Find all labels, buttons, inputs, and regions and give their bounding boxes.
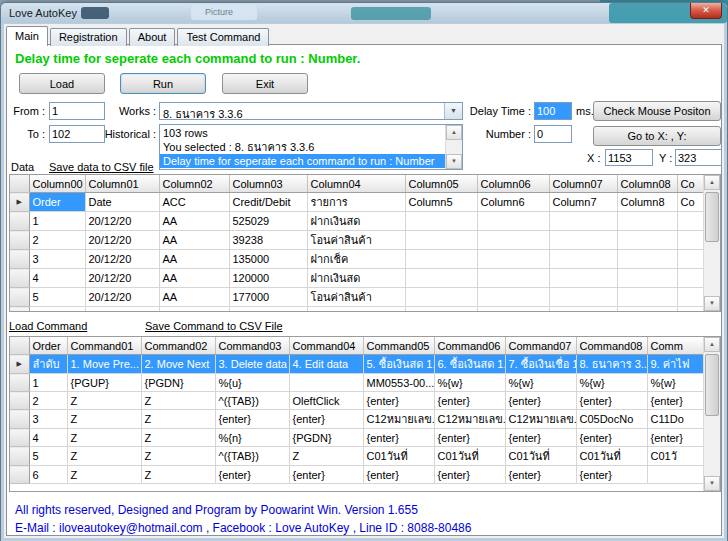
to-input[interactable] bbox=[49, 125, 105, 143]
grid-cell[interactable]: AA bbox=[159, 212, 229, 231]
combo-dropdown-button[interactable]: ▼ bbox=[444, 103, 462, 119]
grid-cell[interactable]: MM0553-00... bbox=[363, 374, 434, 392]
grid-cell[interactable]: Z bbox=[67, 410, 141, 429]
grid-cell[interactable] bbox=[477, 231, 549, 250]
grid-cell[interactable]: 6 bbox=[29, 307, 85, 312]
grid-cell[interactable]: 5 bbox=[29, 288, 85, 307]
grid-cell[interactable]: 4. Edit data bbox=[289, 355, 363, 374]
grid-cell[interactable]: ACC bbox=[159, 193, 229, 212]
x-input[interactable] bbox=[605, 149, 653, 166]
grid-cell[interactable]: {PGUP} bbox=[67, 374, 141, 392]
column-header[interactable]: Column06 bbox=[477, 175, 549, 193]
save-data-csv-link[interactable]: Save data to CSV file bbox=[49, 161, 154, 173]
grid-cell[interactable]: Z bbox=[67, 466, 141, 484]
grid-cell[interactable] bbox=[477, 307, 549, 312]
grid-cell[interactable]: 20/12/20 bbox=[85, 288, 159, 307]
grid-cell[interactable]: 177000 bbox=[229, 288, 307, 307]
column-header[interactable]: Column04 bbox=[307, 175, 405, 193]
grid-cell[interactable] bbox=[617, 212, 677, 231]
grid-cell[interactable]: OleftClick bbox=[289, 392, 363, 410]
grid-cell[interactable]: 120000 bbox=[229, 269, 307, 288]
grid-cell[interactable] bbox=[477, 288, 549, 307]
grid-cell[interactable]: Credit/Debit bbox=[229, 193, 307, 212]
row-selector-header[interactable] bbox=[10, 337, 29, 355]
grid-cell[interactable]: Z bbox=[141, 466, 215, 484]
row-selector-header[interactable] bbox=[10, 175, 29, 193]
grid-cell[interactable]: {enter} bbox=[647, 392, 704, 410]
command-grid-scrollbar[interactable]: ▲ ▼ bbox=[703, 337, 720, 491]
grid-cell[interactable] bbox=[307, 307, 405, 312]
grid-cell[interactable]: รายการ bbox=[307, 193, 405, 212]
scroll-down-button[interactable]: ▼ bbox=[704, 476, 720, 491]
grid-cell[interactable]: C11Do bbox=[647, 410, 704, 429]
grid-cell[interactable] bbox=[677, 250, 704, 269]
row-selector[interactable] bbox=[10, 466, 29, 484]
column-header[interactable]: Column08 bbox=[617, 175, 677, 193]
row-selector[interactable] bbox=[10, 392, 29, 410]
row-selector[interactable] bbox=[10, 429, 29, 447]
column-header[interactable]: Command06 bbox=[434, 337, 505, 355]
grid-cell[interactable] bbox=[477, 250, 549, 269]
grid-cell[interactable]: {enter} bbox=[363, 392, 434, 410]
grid-cell[interactable]: %{n} bbox=[215, 429, 289, 447]
grid-cell[interactable]: Column6 bbox=[477, 193, 549, 212]
column-header[interactable]: Command05 bbox=[363, 337, 434, 355]
from-input[interactable] bbox=[49, 102, 105, 120]
scroll-down-button[interactable]: ▼ bbox=[704, 296, 720, 311]
column-header[interactable]: Column03 bbox=[229, 175, 307, 193]
grid-cell[interactable] bbox=[677, 231, 704, 250]
save-command-csv-link[interactable]: Save Command to CSV File bbox=[145, 320, 283, 332]
column-header[interactable]: Column05 bbox=[405, 175, 477, 193]
row-selector[interactable]: ▶ bbox=[10, 193, 29, 212]
historical-listbox[interactable]: 103 rows You selected : 8. ธนาคาร 3.3.6 … bbox=[159, 124, 463, 170]
grid-cell[interactable]: {enter} bbox=[289, 410, 363, 429]
column-header[interactable]: Comm bbox=[647, 337, 704, 355]
tab-test-command[interactable]: Test Command bbox=[177, 28, 269, 46]
grid-cell[interactable]: 3 bbox=[29, 250, 85, 269]
column-header[interactable]: Command04 bbox=[289, 337, 363, 355]
grid-cell[interactable]: C12หมายเลข... bbox=[363, 410, 434, 429]
list-item-selected[interactable]: Delay time for seperate each command to … bbox=[160, 154, 446, 168]
grid-cell[interactable] bbox=[549, 250, 617, 269]
grid-cell[interactable]: 2 bbox=[29, 231, 85, 250]
grid-cell[interactable]: AA bbox=[159, 288, 229, 307]
column-header[interactable]: Command07 bbox=[505, 337, 576, 355]
column-header[interactable]: Column00 bbox=[29, 175, 85, 193]
grid-cell[interactable]: {enter} bbox=[505, 392, 576, 410]
grid-cell[interactable]: AA bbox=[159, 231, 229, 250]
grid-cell[interactable] bbox=[85, 307, 159, 312]
column-header[interactable]: Column07 bbox=[549, 175, 617, 193]
grid-cell[interactable] bbox=[549, 307, 617, 312]
grid-cell[interactable]: {PGDN} bbox=[289, 429, 363, 447]
grid-cell[interactable]: 5 bbox=[29, 447, 67, 466]
grid-cell[interactable] bbox=[159, 307, 229, 312]
grid-cell[interactable]: ฝากเช็ค bbox=[307, 250, 405, 269]
number-input[interactable] bbox=[534, 125, 572, 143]
grid-cell[interactable]: {enter} bbox=[215, 410, 289, 429]
grid-cell[interactable]: C01วันที่ bbox=[434, 447, 505, 466]
grid-cell[interactable]: %{w} bbox=[647, 374, 704, 392]
grid-cell[interactable]: {enter} bbox=[215, 466, 289, 484]
grid-cell[interactable] bbox=[549, 231, 617, 250]
grid-cell[interactable] bbox=[549, 288, 617, 307]
grid-cell[interactable]: C01วั bbox=[647, 447, 704, 466]
grid-cell[interactable] bbox=[549, 269, 617, 288]
grid-cell[interactable]: Column7 bbox=[549, 193, 617, 212]
grid-cell[interactable]: {enter} bbox=[505, 429, 576, 447]
grid-cell[interactable]: 7. ซื้อเงินเชื่อ 1.4 bbox=[505, 355, 576, 374]
grid-cell[interactable]: 1 bbox=[29, 212, 85, 231]
row-selector[interactable] bbox=[10, 250, 29, 269]
goto-xy-button[interactable]: Go to X: , Y: bbox=[593, 126, 721, 146]
column-header[interactable]: Command02 bbox=[141, 337, 215, 355]
grid-cell[interactable]: %{w} bbox=[434, 374, 505, 392]
grid-cell[interactable]: 3 bbox=[29, 410, 67, 429]
grid-cell[interactable]: {PGDN} bbox=[141, 374, 215, 392]
row-selector[interactable] bbox=[10, 307, 29, 312]
grid-cell[interactable]: {enter} bbox=[576, 429, 647, 447]
row-selector[interactable] bbox=[10, 231, 29, 250]
list-item[interactable]: You selected : 8. ธนาคาร 3.3.6 bbox=[160, 140, 446, 154]
column-header[interactable]: Order bbox=[29, 337, 67, 355]
grid-cell[interactable] bbox=[405, 307, 477, 312]
grid-cell[interactable]: C12หมายเลข... bbox=[505, 410, 576, 429]
grid-cell[interactable]: 20/12/20 bbox=[85, 269, 159, 288]
